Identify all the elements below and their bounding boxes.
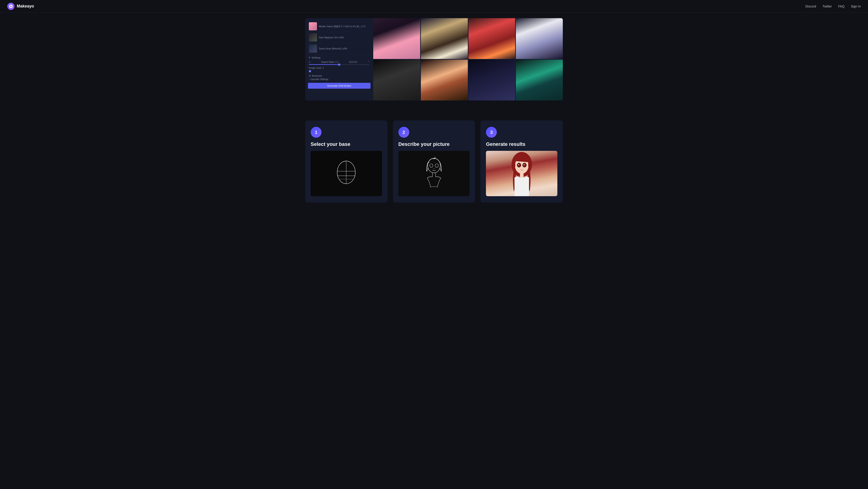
image-count-dot[interactable] xyxy=(309,70,311,72)
gallery-img-8[interactable] xyxy=(516,60,563,100)
navbar: Makeayo Discord Twitter FAQ Sign In xyxy=(0,0,868,13)
gallery-img-5[interactable] xyxy=(373,60,420,100)
generate-button[interactable]: Generate (Ctrl+Enter) xyxy=(308,83,371,89)
aspect-ratio-row: ⟨⟩ Aspect Ratio: 1:1 512,512 ⌃ xyxy=(309,61,370,63)
step-1-title: Select your base xyxy=(311,141,382,147)
slider-thumb xyxy=(338,63,340,66)
step-3-title: Generate results xyxy=(486,141,557,147)
svg-point-8 xyxy=(435,164,438,167)
step-1-number: 1 xyxy=(311,127,321,138)
face-sketch-svg xyxy=(333,156,360,190)
how-it-works-section: 1 Select your base xyxy=(298,111,570,216)
generate-result-svg xyxy=(504,151,540,196)
sidebar-item-samus[interactable]: Samus Aran (Metroid) LoRA xyxy=(308,43,371,54)
aspect-ratio-label: Aspect Ratio: 1:1 xyxy=(321,61,339,63)
thumb-dark-magician xyxy=(309,33,317,41)
nav-sign-in[interactable]: Sign In xyxy=(851,4,861,8)
settings-header: ▾ Settings xyxy=(309,56,370,59)
gallery-img-2[interactable] xyxy=(421,18,468,59)
svg-point-7 xyxy=(430,164,433,167)
step-3-image xyxy=(486,151,557,196)
chevron-right-icon: › xyxy=(309,78,310,81)
step-2-number: 2 xyxy=(398,127,409,138)
svg-point-14 xyxy=(523,163,526,167)
step-1-card: 1 Select your base xyxy=(305,120,388,203)
svg-point-13 xyxy=(518,163,521,167)
step-2-title: Describe your picture xyxy=(398,141,470,147)
gallery-panel xyxy=(373,18,563,100)
gear-icon: ⚙ xyxy=(309,74,311,77)
anime-sketch-svg xyxy=(418,155,450,192)
sidebar-item-dark-magician[interactable]: Dark Magician Girl LoRA xyxy=(308,32,371,43)
image-count-label: Image count: 1 xyxy=(309,67,324,69)
generate-result-img xyxy=(486,151,557,196)
svg-rect-18 xyxy=(515,178,529,196)
sidebar-label-samus: Samus Aran (Metroid) LoRA xyxy=(319,47,347,50)
chevron-icon: ⌃ xyxy=(368,61,370,63)
settings-label: Settings xyxy=(312,56,321,59)
step-2-card: 2 Describe your picture xyxy=(393,120,475,203)
thumb-samus xyxy=(309,44,317,53)
gallery-img-1[interactable] xyxy=(373,18,420,59)
thumb-miyako xyxy=(309,22,317,30)
sidebar-panel: Miyako Saitou 齋藤宮子 | Oshi no Ko 推しの子 Dar… xyxy=(305,18,373,100)
steps-grid: 1 Select your base xyxy=(305,120,563,203)
gallery-img-6[interactable] xyxy=(421,60,468,100)
sidebar-item-miyako[interactable]: Miyako Saitou 齋藤宮子 | Oshi no Ko 推しの子 xyxy=(308,21,371,32)
brand-name: Makeayo xyxy=(17,4,34,9)
settings-panel: ▾ Settings ⟨⟩ Aspect Ratio: 1:1 512,512 … xyxy=(308,54,371,83)
nav-twitter[interactable]: Twitter xyxy=(823,4,832,8)
gallery-img-7[interactable] xyxy=(468,60,516,100)
advanced-label: Advanced xyxy=(312,74,322,77)
sidebar-label-dark-magician: Dark Magician Girl LoRA xyxy=(319,36,344,39)
gallery-img-3[interactable] xyxy=(468,18,516,59)
anime-sketch-container xyxy=(398,151,470,196)
code-icon: ⟨⟩ xyxy=(309,61,311,63)
upscaler-row[interactable]: › Upscaler Settings xyxy=(309,78,370,81)
aspect-ratio-slider[interactable] xyxy=(309,64,370,65)
nav-links: Discord Twitter FAQ Sign In xyxy=(805,4,861,8)
step-3-card: 3 Generate results xyxy=(480,120,563,203)
gallery-img-4[interactable] xyxy=(516,18,563,59)
advanced-row[interactable]: ⚙ Advanced xyxy=(309,74,370,78)
svg-point-15 xyxy=(518,164,519,165)
svg-rect-17 xyxy=(520,174,524,178)
brand: Makeayo xyxy=(7,3,34,10)
brand-logo-icon xyxy=(7,3,14,10)
chevron-down-icon: ▾ xyxy=(309,56,310,59)
image-count-row: Image count: 1 xyxy=(309,67,370,69)
upscaler-label: Upscaler Settings xyxy=(310,78,328,81)
sidebar-label-miyako: Miyako Saitou 齋藤宮子 | Oshi no Ko 推しの子 xyxy=(319,25,366,28)
hero-section: Miyako Saitou 齋藤宮子 | Oshi no Ko 推しの子 Dar… xyxy=(298,13,570,111)
step-1-image xyxy=(311,151,382,196)
aspect-ratio-value: 512,512 xyxy=(349,61,357,63)
nav-discord[interactable]: Discord xyxy=(805,4,816,8)
nav-faq[interactable]: FAQ xyxy=(838,4,844,8)
step-3-number: 3 xyxy=(486,127,497,138)
face-sketch-container xyxy=(311,151,382,196)
slider-fill xyxy=(309,64,339,65)
step-2-image xyxy=(398,151,470,196)
svg-point-16 xyxy=(524,164,525,165)
